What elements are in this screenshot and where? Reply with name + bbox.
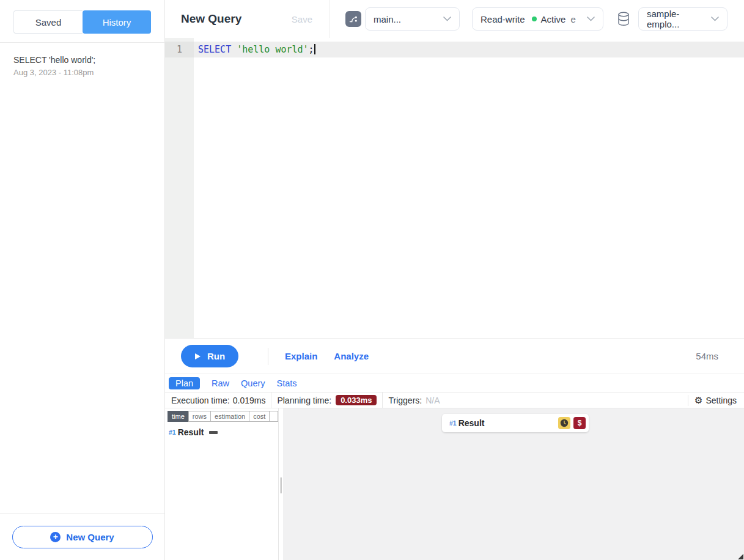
connection-mode-select[interactable]: Read-write Active e xyxy=(472,7,603,31)
plan-metric-bar xyxy=(209,431,218,434)
tab-raw[interactable]: Raw xyxy=(212,377,229,389)
window-resize-handle[interactable] xyxy=(738,554,743,559)
tab-stats[interactable]: Stats xyxy=(277,377,297,389)
plan-tree-row[interactable]: #1 Result xyxy=(169,427,278,437)
stats-divider xyxy=(271,392,271,408)
plan-metric-toggle-group: time rows estimation cost xyxy=(168,411,278,422)
sql-punct: ; xyxy=(309,44,314,55)
new-query-button[interactable]: + New Query xyxy=(12,526,153,548)
branch-select-value: main... xyxy=(374,14,401,24)
main-area: New Query Save main... xyxy=(165,0,744,560)
cost-badge: $ xyxy=(573,417,586,429)
gear-icon: ⚙ xyxy=(694,395,702,406)
branch-select[interactable]: main... xyxy=(365,7,460,31)
run-label: Run xyxy=(207,351,225,361)
chevron-down-icon xyxy=(711,17,719,21)
analyze-button[interactable]: Analyze xyxy=(334,351,369,361)
query-duration: 54ms xyxy=(696,351,718,361)
triggers-value: N/A xyxy=(425,396,440,405)
chevron-down-icon xyxy=(587,17,595,21)
dollar-icon: $ xyxy=(578,419,582,427)
sql-string: 'hello world' xyxy=(237,44,308,55)
metric-button-cutoff[interactable] xyxy=(269,411,278,422)
run-bar-divider xyxy=(268,348,268,365)
query-title-section: New Query Save xyxy=(165,0,330,38)
tab-plan[interactable]: Plan xyxy=(169,377,200,389)
clock-badge xyxy=(558,417,570,429)
branch-icon-button[interactable] xyxy=(345,11,361,27)
plus-icon: + xyxy=(50,532,61,542)
plan-node-name: Result xyxy=(178,427,204,437)
new-query-label: New Query xyxy=(66,532,114,542)
database-select-value: sample-emplo... xyxy=(647,9,711,29)
chevron-down-icon xyxy=(443,17,451,21)
text-cursor xyxy=(314,44,315,54)
plan-stats-bar: Execution time: 0.019ms Planning time: 0… xyxy=(165,392,744,408)
graph-node-id: #1 xyxy=(449,419,457,427)
history-item-timestamp: Aug 3, 2023 - 11:08pm xyxy=(13,68,151,77)
plan-graph-panel: #1 Result $ xyxy=(283,408,744,560)
connection-status-value: Active xyxy=(541,14,566,24)
tab-saved[interactable]: Saved xyxy=(13,10,83,34)
branch-icon xyxy=(348,14,358,24)
sidebar-tab-group: Saved History xyxy=(13,10,151,34)
settings-button[interactable]: ⚙ Settings xyxy=(688,395,744,406)
stats-divider xyxy=(382,392,383,408)
play-icon xyxy=(194,353,201,360)
connection-toolbar: main... Read-write Active e xyxy=(330,0,744,38)
history-list-item[interactable]: SELECT 'hello world'; Aug 3, 2023 - 11:0… xyxy=(0,43,164,77)
line-number: 1 xyxy=(165,42,194,57)
history-list: SELECT 'hello world'; Aug 3, 2023 - 11:0… xyxy=(0,43,164,77)
database-icon xyxy=(617,12,630,26)
metric-button-cost[interactable]: cost xyxy=(249,411,270,422)
plan-node-id: #1 xyxy=(169,429,176,436)
clock-icon xyxy=(560,419,569,427)
sql-editor[interactable]: 1 SELECT'hello world'; xyxy=(165,38,744,338)
metric-button-time[interactable]: time xyxy=(168,411,189,422)
sidebar-footer: + New Query xyxy=(0,514,164,560)
plan-graph-node[interactable]: #1 Result $ xyxy=(442,414,589,432)
active-status-dot xyxy=(532,17,537,21)
results-tab-bar: Plan Raw Query Stats xyxy=(165,374,744,392)
splitter-handle-icon xyxy=(280,477,282,493)
tab-history[interactable]: History xyxy=(83,10,151,34)
execution-time-value: 0.019ms xyxy=(233,396,266,405)
explain-button[interactable]: Explain xyxy=(285,351,317,361)
triggers: Triggers: N/A xyxy=(388,396,440,405)
plan-results-body: time rows estimation cost #1 Result #1 R… xyxy=(165,408,744,560)
connection-extra-text: e xyxy=(570,14,575,24)
connection-mode-value: Read-write xyxy=(481,14,525,24)
plan-tree-panel: time rows estimation cost #1 Result xyxy=(165,408,279,560)
history-item-query: SELECT 'hello world'; xyxy=(13,55,151,65)
metric-button-estimation[interactable]: estimation xyxy=(210,411,249,422)
code-content: SELECT'hello world'; xyxy=(194,42,744,57)
sql-keyword: SELECT xyxy=(198,44,231,55)
settings-label: Settings xyxy=(705,396,737,405)
run-button[interactable]: Run xyxy=(181,345,238,367)
graph-node-name: Result xyxy=(459,418,485,428)
tab-query[interactable]: Query xyxy=(241,377,265,389)
database-select[interactable]: sample-emplo... xyxy=(638,7,727,31)
stats-divider xyxy=(688,395,688,406)
query-header: New Query Save main... xyxy=(165,0,744,38)
planning-time: Planning time: 0.033ms xyxy=(277,395,377,405)
run-bar: Run Explain Analyze 54ms xyxy=(165,338,744,374)
page-title: New Query xyxy=(181,12,241,26)
save-button[interactable]: Save xyxy=(292,14,312,24)
sidebar: Saved History SELECT 'hello world'; Aug … xyxy=(0,0,165,560)
planning-time-badge: 0.033ms xyxy=(336,395,377,405)
execution-time: Execution time: 0.019ms xyxy=(165,396,265,405)
editor-gutter xyxy=(165,38,194,338)
metric-button-rows[interactable]: rows xyxy=(188,411,211,422)
editor-line-1[interactable]: 1 SELECT'hello world'; xyxy=(165,42,744,57)
